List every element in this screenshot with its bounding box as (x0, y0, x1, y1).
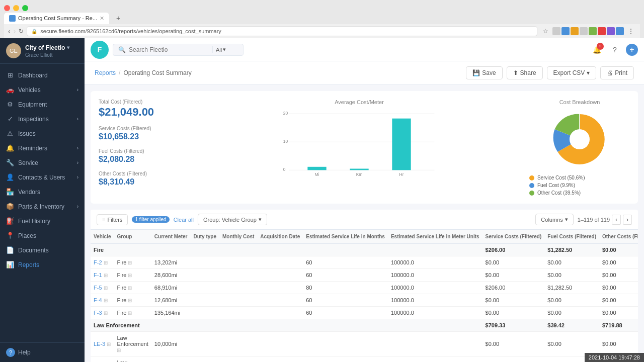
help-icon: ? (6, 348, 15, 357)
table-row: F-1 ⊞ Fire ⊞ 28,600mi 60 100000.0 $0.00 … (91, 269, 638, 282)
vehicle-link-f3[interactable]: F-3 (94, 310, 102, 316)
filters-button[interactable]: ≡ Filters (97, 214, 128, 225)
col-monthly-cost[interactable]: Monthly Cost (219, 230, 257, 244)
extension-icon-3[interactable] (571, 27, 579, 35)
help-circle-btn[interactable]: ? (608, 43, 622, 57)
sidebar-nav: ⊞ Dashboard 🚗 Vehicles › ⚙ Equipment ✓ I… (0, 64, 85, 342)
new-tab-btn[interactable]: + (112, 12, 124, 24)
sidebar-item-dashboard[interactable]: ⊞ Dashboard (0, 68, 85, 82)
sidebar-item-contacts[interactable]: 👤 Contacts & Users › (0, 170, 85, 185)
sidebar-item-places[interactable]: 📍 Places (0, 228, 85, 243)
avatar: GE (6, 43, 21, 58)
sidebar-item-parts[interactable]: 📦 Parts & Inventory › (0, 199, 85, 214)
notifications-btn[interactable]: 🔔 2 (590, 43, 604, 57)
extension-icon-4[interactable] (580, 27, 588, 35)
print-button[interactable]: 🖨 Print (600, 66, 634, 79)
fuel-cost-label: Fuel Costs (Filtered) (99, 148, 189, 154)
legend-other-cost: Other Cost (39.5%) (529, 190, 581, 196)
extension-icon-7[interactable] (607, 27, 615, 35)
sidebar-item-reports[interactable]: 📊 Reports (0, 257, 85, 272)
reports-icon: 📊 (6, 261, 14, 268)
share-button[interactable]: ⬆ Share (507, 66, 543, 79)
org-name[interactable]: City of Fleetio ▾ (25, 44, 69, 51)
nav-back-btn[interactable]: ‹ (8, 27, 11, 35)
browser-menu-icon[interactable]: ⋮ (626, 26, 636, 36)
nav-refresh-btn[interactable]: ↻ (19, 28, 24, 35)
vehicle-link-f4[interactable]: F-4 (94, 297, 102, 303)
vehicle-link-le3[interactable]: LE-3 (94, 341, 105, 347)
sidebar-item-inspections[interactable]: ✓ Inspections › (0, 112, 85, 126)
group-header-fire: Fire $206.00 $1,282.50 $0.00 $1,488.50 $… (91, 244, 638, 256)
equipment-icon: ⚙ (6, 101, 14, 108)
sidebar-item-issues[interactable]: ⚠ Issues (0, 126, 85, 141)
next-page-btn[interactable]: › (623, 215, 632, 225)
col-acquisition-date[interactable]: Acquisition Date (257, 230, 303, 244)
group-by-button[interactable]: Group: Vehicle Group ▾ (198, 214, 267, 225)
col-other-costs[interactable]: Other Costs (Filtered) (599, 230, 638, 244)
sidebar-item-reminders[interactable]: 🔔 Reminders › (0, 141, 85, 155)
extension-icon-2[interactable] (561, 27, 570, 35)
breadcrumb-parent[interactable]: Reports (95, 69, 116, 76)
table-row: F-4 ⊞ Fire ⊞ 12,680mi 60 100000.0 $0.00 … (91, 294, 638, 307)
columns-chevron-icon: ▾ (565, 216, 568, 223)
svg-rect-8 (350, 169, 368, 170)
add-btn[interactable]: + (626, 44, 638, 56)
pagination-text: 1–119 of 119 (578, 217, 610, 223)
sidebar-item-label: Reports (18, 261, 39, 268)
bar-chart-container: Average Cost/Meter 20 10 0 Mi (199, 99, 519, 196)
pie-chart-svg (549, 109, 610, 169)
tab-title: Operating Cost Summary - Re... (18, 15, 97, 21)
browser-btn-maximize[interactable] (22, 5, 28, 11)
col-est-life-months[interactable]: Estimated Service Life in Months (303, 230, 388, 244)
vehicle-link-f5[interactable]: F-5 (94, 285, 102, 291)
search-bar[interactable]: 🔍 All ▾ (113, 44, 244, 56)
address-bar[interactable]: 🔒 secure.fleetio.com/9265162cd6/reports/… (27, 26, 537, 36)
export-csv-button[interactable]: Export CSV ▾ (547, 66, 597, 79)
nav-forward-btn[interactable]: › (14, 27, 16, 35)
col-duty-type[interactable]: Duty type (190, 230, 219, 244)
sidebar-item-fuel[interactable]: ⛽ Fuel History (0, 214, 85, 228)
col-est-life-meters[interactable]: Estimated Service Life in Meter Units (388, 230, 482, 244)
extension-icon-6[interactable] (598, 27, 606, 35)
tab-close-icon[interactable]: ✕ (100, 15, 104, 22)
save-button[interactable]: 💾 Save (466, 66, 502, 79)
bookmark-icon[interactable]: ☆ (540, 26, 550, 36)
col-fuel-costs[interactable]: Fuel Costs (Filtered) (544, 230, 599, 244)
user-name: Grace Elliott (25, 52, 69, 58)
org-dropdown-icon: ▾ (67, 45, 69, 50)
service-icon: 🔧 (6, 159, 14, 166)
svg-text:10: 10 (283, 139, 288, 144)
prev-page-btn[interactable]: ‹ (612, 215, 621, 225)
meta-icon: ⊞ (128, 273, 132, 278)
help-btn[interactable]: ? Help (0, 342, 85, 362)
clear-all-link[interactable]: Clear all (174, 217, 194, 223)
meta-icon: ⊞ (104, 285, 108, 291)
legend-fuel-cost: Fuel Cost (9.9%) (529, 183, 575, 188)
bar-chart-svg: 20 10 0 Mi Km (199, 109, 519, 179)
col-group[interactable]: Group (114, 230, 151, 244)
browser-btn-minimize[interactable] (13, 5, 19, 11)
col-service-costs[interactable]: Service Costs (Filtered) (482, 230, 545, 244)
extension-icon-5[interactable] (589, 27, 597, 35)
extension-icon-1[interactable] (552, 27, 560, 35)
sidebar-item-vendors[interactable]: 🏪 Vendors (0, 185, 85, 199)
contacts-icon: 👤 (6, 173, 14, 181)
save-icon: 💾 (472, 69, 480, 76)
search-filter-dropdown[interactable]: All ▾ (212, 46, 229, 53)
sidebar-item-equipment[interactable]: ⚙ Equipment (0, 97, 85, 112)
sidebar-item-vehicles[interactable]: 🚗 Vehicles › (0, 82, 85, 97)
col-current-meter[interactable]: Current Meter (151, 230, 191, 244)
sidebar-item-documents[interactable]: 📄 Documents (0, 243, 85, 257)
dashboard-icon: ⊞ (6, 71, 14, 79)
search-input[interactable] (129, 46, 209, 53)
extension-icon-8[interactable] (616, 27, 624, 35)
sidebar-item-service[interactable]: 🔧 Service › (0, 155, 85, 170)
columns-button[interactable]: Columns ▾ (535, 214, 573, 225)
vehicle-link-f1[interactable]: F-1 (94, 272, 102, 278)
col-vehicle[interactable]: Vehicle (91, 230, 114, 244)
browser-btn-close[interactable] (4, 5, 10, 11)
service-cost-label: Service Costs (Filtered) (99, 126, 189, 131)
other-cost-stat: Other Costs (Filtered) $8,310.49 (99, 171, 189, 187)
vehicle-link-f2[interactable]: F-2 (94, 259, 102, 265)
sidebar-item-label: Issues (18, 130, 36, 137)
